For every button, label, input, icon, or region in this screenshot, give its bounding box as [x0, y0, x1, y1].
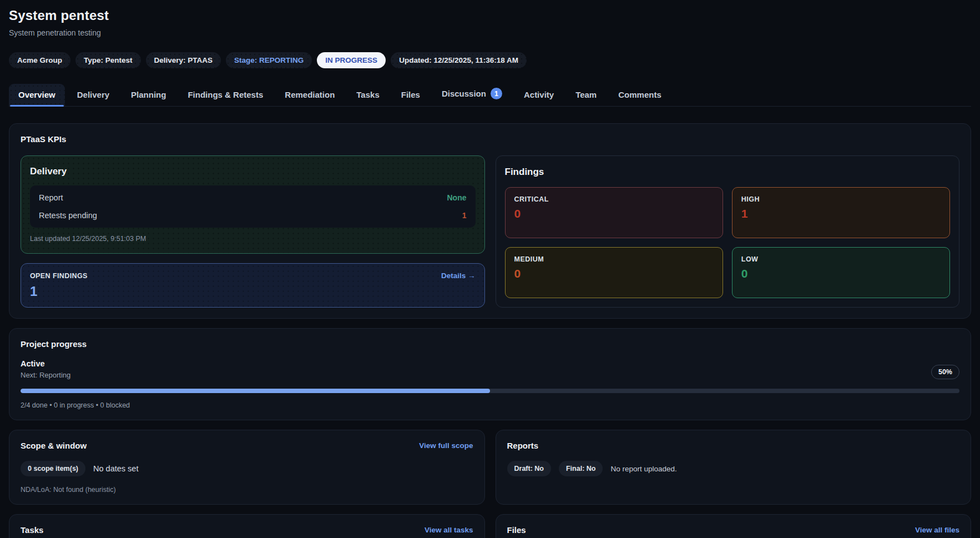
tab-discussion-label: Discussion — [442, 89, 486, 98]
status-badge: IN PROGRESS — [317, 52, 386, 68]
view-all-tasks-link[interactable]: View all tasks — [425, 526, 473, 534]
view-all-files-link[interactable]: View all files — [915, 526, 959, 534]
tasks-heading: Tasks — [21, 525, 43, 535]
files-heading: Files — [507, 525, 526, 535]
severity-critical-label: CRITICAL — [514, 195, 714, 203]
severity-cell-critical: CRITICAL 0 — [505, 187, 723, 238]
reports-card: Reports Draft: No Final: No No report up… — [496, 430, 972, 505]
ptaas-kpis-heading: PTaaS KPIs — [21, 134, 959, 144]
delivery-kpi-table: Report None Retests pending 1 — [30, 185, 476, 228]
severity-medium-label: MEDIUM — [514, 255, 714, 263]
findings-summary-card: Findings CRITICAL 0 HIGH 1 MEDIUM 0 — [496, 155, 960, 308]
discussion-count-badge: 1 — [491, 88, 502, 99]
tab-remediation[interactable]: Remediation — [275, 84, 344, 106]
delivery-row-report: Report None — [39, 189, 467, 207]
tab-overview[interactable]: Overview — [9, 84, 65, 106]
scope-card: Scope & window View full scope 0 scope i… — [9, 430, 485, 505]
reports-draft-pill: Draft: No — [507, 461, 551, 476]
severity-high-label: HIGH — [741, 195, 941, 203]
tab-team[interactable]: Team — [566, 84, 606, 106]
progress-percent-badge: 50% — [931, 365, 959, 379]
ptaas-kpis-card: PTaaS KPIs Delivery Report None Retests … — [9, 123, 971, 319]
tab-comments[interactable]: Comments — [609, 84, 671, 106]
scope-dates-text: No dates set — [93, 464, 138, 473]
progress-bar — [21, 389, 959, 393]
scope-nda-note: NDA/LoA: Not found (heuristic) — [21, 486, 473, 494]
tab-bar: Overview Delivery Planning Findings & Re… — [9, 82, 971, 107]
open-findings-label: OPEN FINDINGS — [30, 272, 88, 280]
delivery-kpi-card: Delivery Report None Retests pending 1 — [21, 155, 485, 254]
delivery-row-retests: Retests pending 1 — [39, 207, 467, 224]
project-dashboard: System pentest System penetration testin… — [0, 0, 980, 538]
project-progress-card: Project progress Active Next: Reporting … — [9, 328, 971, 420]
tab-tasks[interactable]: Tasks — [347, 84, 388, 106]
scope-heading: Scope & window — [21, 441, 87, 450]
severity-medium-count: 0 — [514, 267, 714, 280]
badge-type: Type: Pentest — [75, 52, 141, 68]
badge-client: Acme Group — [9, 52, 70, 68]
reports-final-pill: Final: No — [559, 461, 603, 476]
files-card: Files View all files — [496, 514, 972, 538]
scope-items-pill: 0 scope item(s) — [21, 461, 85, 476]
severity-low-label: LOW — [741, 255, 941, 263]
severity-low-count: 0 — [741, 267, 941, 280]
tab-planning[interactable]: Planning — [122, 84, 175, 106]
open-findings-value: 1 — [30, 284, 476, 299]
open-findings-details-link[interactable]: Details → — [441, 271, 476, 280]
progress-next-stage: Next: Reporting — [21, 371, 70, 379]
tab-delivery[interactable]: Delivery — [68, 84, 119, 106]
page-title: System pentest — [9, 8, 971, 23]
delivery-row-report-value: None — [447, 193, 467, 202]
tab-findings-retests[interactable]: Findings & Retests — [178, 84, 272, 106]
reports-empty-text: No report uploaded. — [610, 465, 676, 473]
severity-critical-count: 0 — [514, 207, 714, 220]
progress-status: Active — [21, 359, 70, 368]
progress-bar-fill — [21, 389, 490, 393]
tab-activity[interactable]: Activity — [514, 84, 563, 106]
delivery-row-report-label: Report — [39, 193, 63, 202]
delivery-kpi-heading: Delivery — [30, 166, 476, 177]
tab-files[interactable]: Files — [392, 84, 430, 106]
severity-cell-low: LOW 0 — [732, 247, 950, 298]
reports-heading: Reports — [507, 441, 539, 450]
tasks-card: Tasks View all tasks — [9, 514, 485, 538]
badge-stage: Stage: REPORTING — [226, 52, 312, 68]
open-findings-card: OPEN FINDINGS Details → 1 — [21, 263, 485, 308]
findings-heading: Findings — [505, 167, 951, 178]
severity-high-count: 1 — [741, 207, 941, 220]
progress-summary: 2/4 done • 0 in progress • 0 blocked — [21, 401, 959, 409]
delivery-row-retests-label: Retests pending — [39, 211, 97, 220]
project-progress-heading: Project progress — [21, 339, 959, 349]
page-subtitle: System penetration testing — [9, 28, 971, 37]
delivery-last-updated: Last updated 12/25/2025, 9:51:03 PM — [30, 235, 476, 243]
delivery-row-retests-value: 1 — [462, 211, 467, 220]
tab-discussion[interactable]: Discussion 1 — [432, 82, 512, 106]
severity-cell-high: HIGH 1 — [732, 187, 950, 238]
badge-updated: Updated: 12/25/2025, 11:36:18 AM — [391, 52, 527, 68]
badge-row: Acme Group Type: Pentest Delivery: PTAAS… — [9, 52, 971, 68]
badge-delivery: Delivery: PTAAS — [146, 52, 221, 68]
severity-cell-medium: MEDIUM 0 — [505, 247, 723, 298]
overview-content: PTaaS KPIs Delivery Report None Retests … — [9, 123, 971, 538]
view-full-scope-link[interactable]: View full scope — [419, 441, 473, 450]
